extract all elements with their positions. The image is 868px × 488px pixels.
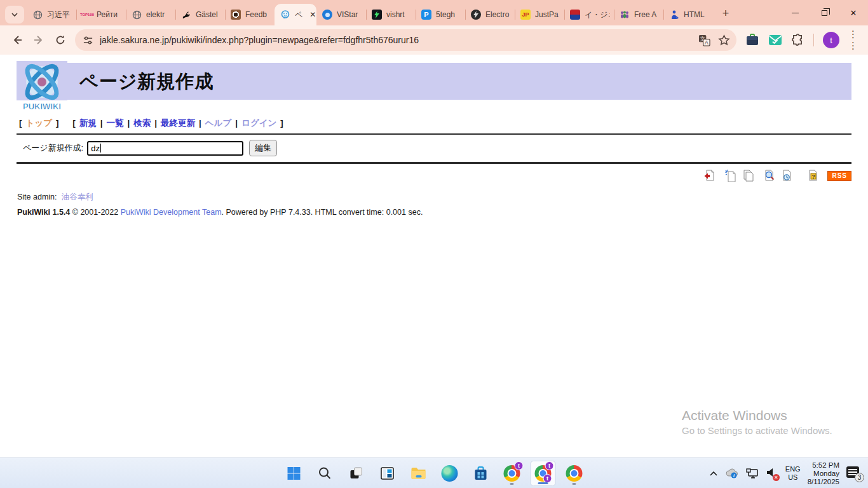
site-admin-link[interactable]: 油谷幸利 <box>62 193 93 201</box>
tab-title: VIStar <box>337 10 362 19</box>
file-explorer-button[interactable] <box>406 461 431 486</box>
tab-freea[interactable]: Free A <box>614 4 663 25</box>
tab-gastel[interactable]: Gästel <box>175 4 225 25</box>
new-page-icon[interactable] <box>725 170 736 182</box>
activate-windows-watermark: Activate Windows Go to Settings to activ… <box>682 408 832 436</box>
translate-icon[interactable]: 文 A <box>698 34 710 46</box>
tab-title: ペ <box>295 10 302 20</box>
page-name-input[interactable]: dz <box>87 141 243 156</box>
nav-separator: | <box>199 118 201 128</box>
folder-icon <box>410 466 427 481</box>
tab-pukiwiki-active[interactable]: ペ ✕ <box>275 4 316 25</box>
pukiwiki-logo[interactable]: PUKIWIKI <box>17 61 67 113</box>
tab-elektr[interactable]: elektr <box>126 4 175 25</box>
tab-vishrt[interactable]: vishrt <box>366 4 416 25</box>
tab-feedb[interactable]: Feedb <box>225 4 275 25</box>
notification-center-button[interactable]: 3 <box>846 466 863 480</box>
edge-button[interactable] <box>437 461 463 486</box>
nav-link-help[interactable]: ヘルプ <box>205 118 231 128</box>
newpage-label: ページ新規作成: <box>23 142 83 154</box>
screen: 习近平 TOP100 Рейти elektr Gästel Feedb <box>0 0 868 488</box>
site-settings-icon <box>83 35 93 46</box>
svg-text:?: ? <box>812 173 815 180</box>
rss-badge[interactable]: RSS <box>827 171 851 181</box>
forward-button[interactable] <box>28 29 50 51</box>
store-icon <box>473 466 489 481</box>
site-admin-line: Site admin: 油谷幸利 <box>17 192 93 203</box>
footer-team-link[interactable]: PukiWiki Development Team <box>121 208 222 217</box>
nav-separator: | <box>100 118 103 128</box>
address-bar[interactable]: jakle.sakura.ne.jp/pukiwiki/index.php?pl… <box>75 29 736 51</box>
extensions-puzzle-icon[interactable] <box>791 34 804 47</box>
search-button[interactable] <box>313 461 338 486</box>
clock-time: 5:52 PM <box>808 461 839 470</box>
recent-changes-icon[interactable] <box>782 170 792 182</box>
help-icon[interactable]: ? <box>808 170 818 182</box>
running-indicator <box>510 483 514 485</box>
window-controls: ✕ <box>780 0 868 25</box>
tab-title: 习近平 <box>47 10 72 20</box>
minimize-icon <box>792 13 799 13</box>
mail-checker-icon[interactable] <box>768 34 782 46</box>
green-bolt-icon <box>372 10 382 20</box>
volume-muted-button[interactable]: ✕ <box>766 467 778 480</box>
profile-badge: t <box>543 474 552 483</box>
network-icon[interactable] <box>746 468 759 478</box>
tab-xijinping[interactable]: 习近平 <box>27 4 76 25</box>
reload-button[interactable] <box>50 29 71 51</box>
tab-html[interactable]: HTML <box>663 4 713 25</box>
task-view-button[interactable] <box>344 461 369 486</box>
browser-menu-button[interactable]: ⋮⋮ <box>848 29 858 51</box>
dark-glyph-icon <box>471 10 481 20</box>
profile-avatar[interactable]: t <box>823 32 839 48</box>
tab-electro[interactable]: Electro <box>465 4 515 25</box>
back-icon <box>11 34 23 46</box>
nav-link-login[interactable]: ログイン <box>241 118 276 128</box>
toolbar-right: t ⋮⋮ <box>745 29 858 51</box>
nav-link-search[interactable]: 検索 <box>133 118 151 128</box>
tab-search-button[interactable] <box>5 6 24 24</box>
tab-title: Electro <box>485 10 511 19</box>
close-button[interactable]: ✕ <box>839 0 868 25</box>
backup-icon[interactable] <box>704 170 715 182</box>
back-button[interactable] <box>6 29 28 51</box>
tab-reiting[interactable]: TOP100 Рейти <box>76 4 126 25</box>
chrome-button[interactable] <box>562 461 587 486</box>
tab-justpa[interactable]: JP JustPa <box>515 4 564 25</box>
chrome-profile2-button[interactable]: t t <box>531 461 556 486</box>
tab-title: Free A <box>634 10 660 19</box>
tab-iju[interactable]: イ・ジュ <box>564 4 614 25</box>
input-value: dz <box>91 144 100 153</box>
clock[interactable]: 5:52 PM Monday 8/11/2025 <box>808 461 839 486</box>
nav-link-list[interactable]: 一覧 <box>107 118 124 128</box>
search-page-icon[interactable] <box>764 170 775 182</box>
nav-link-recent[interactable]: 最終更新 <box>161 118 195 128</box>
chrome-icon <box>566 465 583 482</box>
tab-5tegh[interactable]: P 5tegh <box>416 4 465 25</box>
minimize-button[interactable] <box>780 0 810 25</box>
workspace-icon[interactable] <box>745 34 759 46</box>
tab-close-icon[interactable]: ✕ <box>309 10 316 19</box>
tab-title: Рейти <box>97 10 122 19</box>
onedrive-icon[interactable]: i <box>725 468 739 478</box>
tab-title: vishrt <box>386 10 412 19</box>
jp-icon: JP <box>520 10 531 20</box>
bookmark-star-icon[interactable] <box>718 34 730 46</box>
chrome-profile1-button[interactable]: t <box>499 461 525 486</box>
url-text[interactable]: jakle.sakura.ne.jp/pukiwiki/index.php?pl… <box>100 35 698 45</box>
copy-icon[interactable] <box>743 170 754 182</box>
widgets-button[interactable] <box>375 461 400 486</box>
edit-submit-button[interactable]: 編集 <box>249 140 277 156</box>
tray-chevron-icon[interactable] <box>709 470 718 477</box>
tab-title: JustPa <box>535 10 560 19</box>
start-button[interactable] <box>281 461 307 486</box>
widgets-icon <box>380 466 395 481</box>
new-tab-button[interactable]: + <box>717 4 735 22</box>
language-switcher[interactable]: ENG US <box>785 465 801 482</box>
tab-vistar[interactable]: VIStar <box>316 4 366 25</box>
maximize-button[interactable] <box>810 0 839 25</box>
nav-link-new[interactable]: 新規 <box>79 118 97 128</box>
nav-link-top[interactable]: トップ <box>26 118 52 128</box>
tab-title: HTML <box>684 10 709 19</box>
store-button[interactable] <box>468 461 494 486</box>
